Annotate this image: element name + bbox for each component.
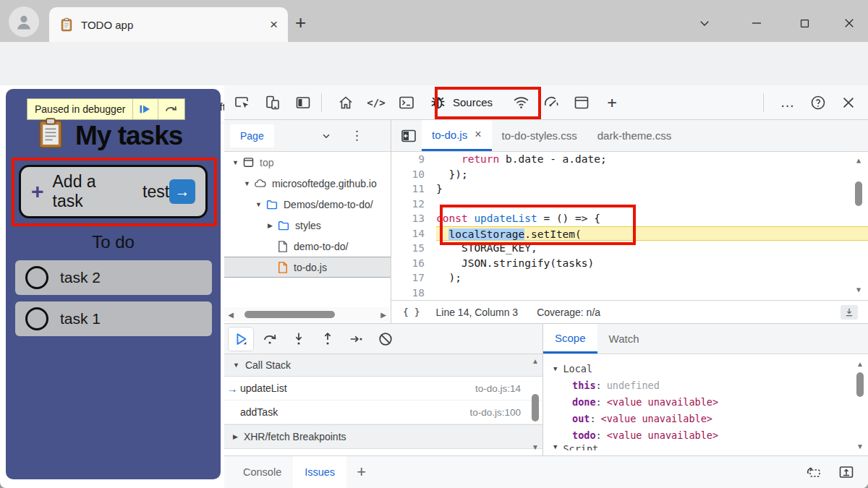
navigator-horizontal-scrollbar[interactable]: ◀ ▶: [224, 307, 390, 322]
editor-tab-styles-css[interactable]: to-do-styles.css: [492, 120, 587, 151]
kebab-menu-icon[interactable]: ⋮: [351, 128, 363, 143]
xhr-breakpoints-header[interactable]: ▶ XHR/fetch Breakpoints: [224, 424, 542, 449]
tab-close-icon[interactable]: ×: [270, 17, 278, 33]
scope-variable[interactable]: out: <value unavailable>: [543, 410, 868, 427]
scope-vertical-scrollbar[interactable]: ▲ ▼: [855, 360, 865, 450]
expander-open-icon[interactable]: ▼: [253, 201, 264, 208]
editor-tab-todo-js[interactable]: to-do.js ×: [422, 120, 492, 151]
scroll-up-icon[interactable]: ▲: [529, 357, 542, 365]
scope-section-script-clipped[interactable]: ▼ Script: [543, 443, 868, 450]
browser-tab[interactable]: TODO app ×: [49, 7, 288, 42]
performance-panel-icon[interactable]: [539, 90, 563, 115]
line-number[interactable]: 13: [391, 211, 436, 226]
console-tab[interactable]: Console: [231, 456, 293, 488]
line-number[interactable]: 15: [391, 241, 436, 256]
add-task-button[interactable]: + Add a task test →: [19, 165, 208, 218]
step-button[interactable]: [344, 328, 369, 351]
line-number[interactable]: 17: [391, 270, 436, 286]
scroll-up-icon[interactable]: ▲: [852, 156, 865, 164]
devtools-more-menu-icon[interactable]: …: [775, 90, 800, 115]
line-number[interactable]: 9: [391, 152, 436, 167]
add-quickview-tab-icon[interactable]: +: [357, 463, 366, 481]
inspect-element-icon[interactable]: [230, 90, 255, 115]
call-stack-header[interactable]: ▼ Call Stack: [224, 354, 542, 377]
line-number[interactable]: 16: [391, 256, 436, 271]
step-over-button[interactable]: [258, 328, 282, 351]
tree-item-top[interactable]: ▼ top: [224, 152, 391, 173]
tree-item-folder-styles[interactable]: ▶ styles: [224, 215, 391, 236]
scope-variable[interactable]: done: <value unavailable>: [543, 393, 868, 410]
sources-panel-tab[interactable]: Sources: [429, 93, 493, 111]
stack-frame[interactable]: addTask to-do.js:100: [224, 401, 542, 424]
device-emulation-icon[interactable]: [260, 90, 285, 115]
editor-tab-dark-theme-css[interactable]: dark-theme.css: [587, 120, 682, 151]
network-panel-icon[interactable]: [509, 90, 533, 115]
profile-avatar[interactable]: [9, 7, 39, 37]
task-item[interactable]: task 1: [15, 301, 212, 336]
new-task-input[interactable]: test: [142, 182, 169, 202]
debugger-vertical-scrollbar[interactable]: ▲ ▼: [530, 357, 540, 451]
help-icon[interactable]: [806, 90, 830, 115]
submit-task-arrow-button[interactable]: →: [169, 179, 195, 204]
scope-variable[interactable]: todo: <value unavailable>: [543, 427, 868, 443]
scope-section-local[interactable]: ▼ Local: [543, 360, 868, 377]
page-tab[interactable]: Page: [230, 124, 274, 147]
task-checkbox-icon[interactable]: [25, 307, 48, 330]
minimize-button[interactable]: [746, 13, 767, 33]
more-tabs-plus-icon[interactable]: +: [600, 90, 624, 115]
tree-item-domain[interactable]: ▼ microsoftedge.github.io: [224, 173, 391, 194]
tab-search-chevron-icon[interactable]: [694, 13, 715, 33]
pretty-print-braces-icon[interactable]: { }: [403, 307, 420, 317]
expand-quickview-icon[interactable]: [838, 463, 855, 481]
console-panel-icon[interactable]: [394, 90, 419, 115]
scroll-up-icon[interactable]: ▲: [854, 360, 867, 368]
save-download-icon[interactable]: [841, 305, 858, 320]
scrollbar-thumb[interactable]: [244, 311, 335, 318]
browser-window: TODO app × +: [0, 0, 868, 488]
code-editor[interactable]: 9 return b.date - a.date;10 });11}1213co…: [391, 152, 868, 300]
task-item[interactable]: task 2: [15, 260, 212, 295]
line-number[interactable]: 11: [391, 181, 436, 197]
resume-script-button[interactable]: [229, 328, 253, 351]
scroll-down-icon[interactable]: ▼: [854, 442, 867, 450]
scroll-left-icon[interactable]: ◀: [224, 311, 237, 319]
tree-item-folder-demos[interactable]: ▼ Demos/demo-to-do/: [224, 194, 391, 215]
elements-panel-icon[interactable]: </>: [364, 90, 388, 115]
chevron-down-icon[interactable]: [320, 130, 332, 142]
dock-quickview-icon[interactable]: [804, 463, 822, 481]
task-checkbox-icon[interactable]: [25, 266, 48, 289]
line-number[interactable]: 14: [391, 226, 436, 241]
scrollbar-thumb[interactable]: [855, 181, 862, 206]
new-tab-button[interactable]: +: [295, 12, 306, 34]
scroll-right-icon[interactable]: ▶: [377, 311, 390, 319]
watch-tab[interactable]: Watch: [597, 324, 651, 354]
scope-variable[interactable]: this: undefined: [543, 377, 868, 393]
dock-side-icon[interactable]: [291, 90, 315, 115]
expander-open-icon[interactable]: ▼: [230, 159, 241, 166]
line-number[interactable]: 12: [391, 197, 436, 212]
scroll-down-icon[interactable]: ▼: [529, 443, 542, 451]
step-out-button[interactable]: [315, 328, 340, 351]
close-devtools-icon[interactable]: [836, 90, 861, 115]
welcome-home-icon[interactable]: [333, 90, 358, 115]
scrollbar-thumb[interactable]: [856, 372, 864, 397]
expander-open-icon[interactable]: ▼: [242, 180, 252, 187]
scroll-down-icon[interactable]: ▼: [852, 286, 865, 294]
editor-vertical-scrollbar[interactable]: ▲ ▼: [854, 156, 864, 294]
line-number[interactable]: 10: [391, 167, 436, 182]
expander-closed-icon[interactable]: ▶: [265, 222, 276, 229]
line-number[interactable]: 18: [391, 286, 436, 301]
tree-item-file-html[interactable]: demo-to-do/: [224, 236, 391, 257]
application-panel-icon[interactable]: [569, 90, 594, 115]
scope-tab[interactable]: Scope: [543, 324, 597, 354]
stack-frame-current[interactable]: → updateList to-do.js:14: [224, 377, 542, 401]
collapse-panel-icon[interactable]: [400, 127, 417, 145]
maximize-button[interactable]: [794, 13, 814, 33]
scrollbar-thumb[interactable]: [532, 394, 539, 421]
close-tab-icon[interactable]: ×: [475, 128, 481, 141]
step-into-button[interactable]: [286, 328, 311, 351]
tree-item-file-todo-js[interactable]: to-do.js: [224, 257, 391, 278]
issues-tab[interactable]: Issues: [293, 456, 346, 488]
close-window-button[interactable]: [839, 13, 859, 33]
deactivate-breakpoints-button[interactable]: [373, 328, 398, 351]
